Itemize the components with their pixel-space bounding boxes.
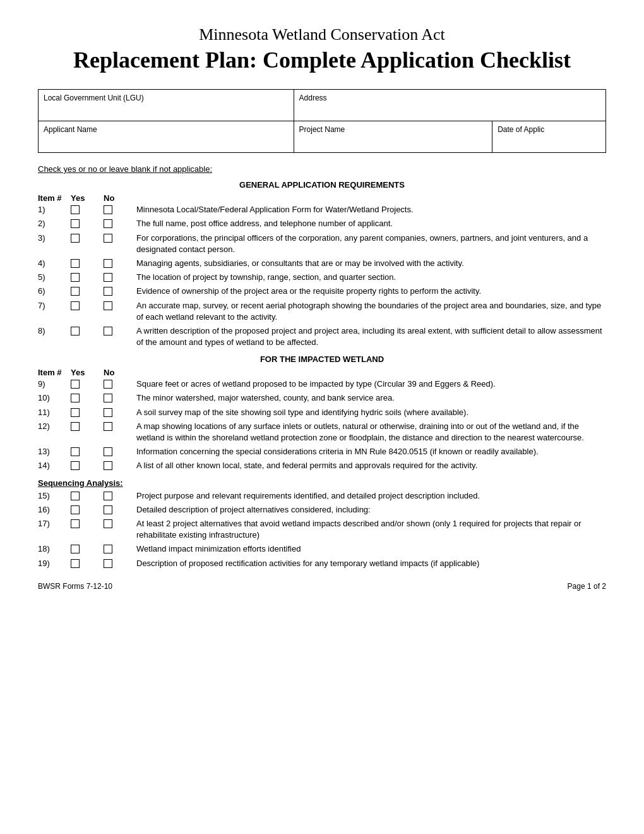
item-num-6: 6) (38, 286, 71, 296)
no-checkbox-14[interactable] (104, 460, 136, 470)
item-num-5: 5) (38, 272, 71, 282)
item-desc-16: Detailed description of project alternat… (136, 504, 606, 516)
no-checkbox-4[interactable] (104, 258, 136, 268)
no-checkbox-3[interactable] (104, 233, 136, 243)
no-checkbox-9[interactable] (104, 378, 136, 389)
col-item-label-2: Item # (38, 368, 71, 377)
no-checkbox-5[interactable] (104, 272, 136, 282)
no-checkbox-12[interactable] (104, 421, 136, 431)
checklist-item-16: 16) Detailed description of project alte… (38, 504, 606, 516)
no-checkbox-13[interactable] (104, 446, 136, 456)
sequencing-items: 15) Project purpose and relevant require… (38, 490, 606, 569)
item-desc-18: Wetland impact minimization efforts iden… (136, 543, 606, 555)
no-checkbox-2[interactable] (104, 218, 136, 228)
checklist-item-14: 14) A list of all other known local, sta… (38, 460, 606, 471)
yes-checkbox-12[interactable] (71, 421, 104, 431)
item-num-17: 17) (38, 518, 71, 528)
checklist-item-7: 7) An accurate map, survey, or recent ae… (38, 300, 606, 323)
no-checkbox-6[interactable] (104, 286, 136, 296)
yes-checkbox-9[interactable] (71, 378, 104, 389)
no-checkbox-15[interactable] (104, 490, 136, 500)
checklist-item-18: 18) Wetland impact minimization efforts … (38, 543, 606, 555)
yes-checkbox-2[interactable] (71, 218, 104, 228)
checklist-item-12: 12) A map showing locations of any surfa… (38, 421, 606, 444)
no-checkbox-11[interactable] (104, 407, 136, 417)
no-checkbox-18[interactable] (104, 543, 136, 553)
checklist-item-3: 3) For corporations, the principal offic… (38, 233, 606, 255)
yes-checkbox-17[interactable] (71, 518, 104, 528)
item-desc-13: Information concerning the special consi… (136, 446, 606, 457)
yes-checkbox-10[interactable] (71, 392, 104, 402)
no-checkbox-19[interactable] (104, 558, 136, 568)
form-info-table: Local Government Unit (LGU) Address Appl… (38, 89, 606, 153)
footer-left: BWSR Forms 7-12-10 (38, 582, 112, 591)
header-title: Replacement Plan: Complete Application C… (38, 47, 606, 74)
item-desc-4: Managing agents, subsidiaries, or consul… (136, 258, 606, 269)
no-checkbox-1[interactable] (104, 204, 136, 214)
item-num-14: 14) (38, 460, 71, 470)
checklist-item-8: 8) A written description of the proposed… (38, 325, 606, 348)
yes-checkbox-5[interactable] (71, 272, 104, 282)
item-desc-2: The full name, post office address, and … (136, 218, 606, 229)
checklist-item-4: 4) Managing agents, subsidiaries, or con… (38, 258, 606, 269)
no-checkbox-10[interactable] (104, 392, 136, 402)
project-name-field-label: Project Name (294, 121, 492, 153)
col-yes-label: Yes (71, 193, 104, 203)
yes-checkbox-4[interactable] (71, 258, 104, 268)
item-num-15: 15) (38, 490, 71, 500)
yes-checkbox-8[interactable] (71, 325, 104, 335)
date-field-label: Date of Applic (492, 121, 606, 153)
yes-checkbox-18[interactable] (71, 543, 104, 553)
item-num-2: 2) (38, 218, 71, 228)
header-subtitle: Minnesota Wetland Conservation Act (38, 25, 606, 44)
checklist-item-9: 9) Square feet or acres of wetland propo… (38, 378, 606, 390)
yes-checkbox-7[interactable] (71, 300, 104, 310)
item-num-16: 16) (38, 504, 71, 514)
yes-checkbox-13[interactable] (71, 446, 104, 456)
checklist-item-6: 6) Evidence of ownership of the project … (38, 286, 606, 297)
page-header: Minnesota Wetland Conservation Act Repla… (38, 25, 606, 74)
item-desc-10: The minor watershed, major watershed, co… (136, 392, 606, 404)
checklist-item-11: 11) A soil survey map of the site showin… (38, 407, 606, 418)
yes-checkbox-19[interactable] (71, 558, 104, 568)
item-desc-3: For corporations, the principal officers… (136, 233, 606, 255)
yes-checkbox-1[interactable] (71, 204, 104, 214)
yes-checkbox-3[interactable] (71, 233, 104, 243)
item-desc-5: The location of project by township, ran… (136, 272, 606, 283)
yes-checkbox-11[interactable] (71, 407, 104, 417)
item-num-12: 12) (38, 421, 71, 431)
col-no-label: No (104, 193, 136, 203)
yes-checkbox-14[interactable] (71, 460, 104, 470)
no-checkbox-16[interactable] (104, 504, 136, 514)
item-num-13: 13) (38, 446, 71, 456)
checklist-item-19: 19) Description of proposed rectificatio… (38, 558, 606, 569)
item-desc-7: An accurate map, survey, or recent aeria… (136, 300, 606, 323)
item-num-18: 18) (38, 543, 71, 553)
item-desc-19: Description of proposed rectification ac… (136, 558, 606, 569)
section2-title: FOR THE IMPACTED WETLAND (38, 354, 606, 364)
item-num-11: 11) (38, 407, 71, 417)
lgu-field-label: Local Government Unit (LGU) (39, 90, 294, 121)
check-instruction: Check yes or no or leave blank if not ap… (38, 164, 606, 174)
checklist-item-1: 1) Minnesota Local/State/Federal Applica… (38, 204, 606, 215)
no-checkbox-17[interactable] (104, 518, 136, 528)
checklist-item-15: 15) Project purpose and relevant require… (38, 490, 606, 502)
item-num-19: 19) (38, 558, 71, 568)
section2-items: 9) Square feet or acres of wetland propo… (38, 378, 606, 471)
yes-checkbox-16[interactable] (71, 504, 104, 514)
no-checkbox-7[interactable] (104, 300, 136, 310)
section2-header: Item # Yes No (38, 368, 606, 377)
yes-checkbox-6[interactable] (71, 286, 104, 296)
item-desc-9: Square feet or acres of wetland proposed… (136, 378, 606, 390)
applicant-name-field-label: Applicant Name (39, 121, 294, 153)
item-num-4: 4) (38, 258, 71, 268)
page-footer: BWSR Forms 7-12-10 Page 1 of 2 (38, 582, 606, 591)
col-yes-label-2: Yes (71, 368, 104, 377)
footer-right: Page 1 of 2 (568, 582, 606, 591)
section1-items: 1) Minnesota Local/State/Federal Applica… (38, 204, 606, 348)
item-desc-12: A map showing locations of any surface i… (136, 421, 606, 444)
item-num-8: 8) (38, 325, 71, 335)
item-num-3: 3) (38, 233, 71, 243)
no-checkbox-8[interactable] (104, 325, 136, 335)
yes-checkbox-15[interactable] (71, 490, 104, 500)
